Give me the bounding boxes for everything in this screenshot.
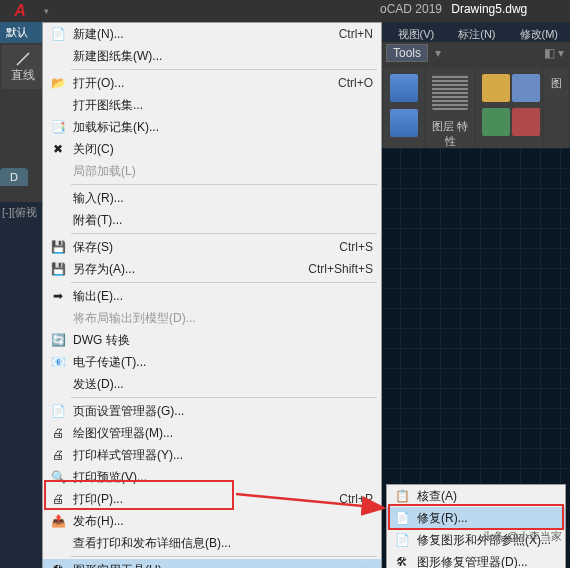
layers-label: 图层 特性 — [430, 119, 470, 149]
ribbon-icon[interactable] — [512, 74, 540, 102]
tools-tab[interactable]: Tools — [386, 44, 428, 62]
new-icon: 📄 — [49, 25, 67, 43]
ribbon-icon[interactable] — [482, 74, 510, 102]
publish-icon: 📤 — [49, 512, 67, 530]
layers-icon[interactable] — [432, 74, 468, 110]
menu-publish[interactable]: 📤发布(H)... — [43, 510, 381, 532]
line-tool[interactable]: 直线 — [2, 45, 44, 89]
menu-plot-style[interactable]: 🖨打印样式管理器(Y)... — [43, 444, 381, 466]
menu-utilities[interactable]: 🛠图形实用工具(U)▶ — [43, 559, 381, 568]
menu-close[interactable]: ✖关闭(C) — [43, 138, 381, 160]
menu-partial-load: 局部加载(L) — [43, 160, 381, 182]
menu-new-sheetset[interactable]: 新建图纸集(W)... — [43, 45, 381, 67]
plot-icon: 🖨 — [49, 490, 67, 508]
ribbon-panel-3[interactable]: 图 — [544, 68, 568, 153]
menu-send[interactable]: 发送(D)... — [43, 373, 381, 395]
markup-icon: 📑 — [49, 118, 67, 136]
menu-import[interactable]: 输入(R)... — [43, 187, 381, 209]
submenu-recover[interactable]: 📄修复(R)... — [387, 507, 565, 529]
menu-plot-preview[interactable]: 🔍打印预览(V)... — [43, 466, 381, 488]
menu-attach[interactable]: 附着(T)... — [43, 209, 381, 231]
file-menu: 📄新建(N)...Ctrl+N 新建图纸集(W)... 📂打开(O)...Ctr… — [42, 22, 382, 568]
submenu-audit[interactable]: 📋核查(A) — [387, 485, 565, 507]
save-icon: 💾 — [49, 238, 67, 256]
menu-export-layout: 将布局输出到模型(D)... — [43, 307, 381, 329]
etransmit-icon: 📧 — [49, 353, 67, 371]
menu-open-sheetset[interactable]: 打开图纸集... — [43, 94, 381, 116]
menu-plotter-mgr[interactable]: 🖨绘图仪管理器(M)... — [43, 422, 381, 444]
view-label: [-][俯视 — [2, 205, 37, 220]
watermark: 头条 @小李当家 — [482, 529, 562, 544]
utilities-icon: 🛠 — [49, 561, 67, 568]
open-icon: 📂 — [49, 74, 67, 92]
plotter-icon: 🖨 — [49, 424, 67, 442]
export-icon: ➡ — [49, 287, 67, 305]
menu-save-as[interactable]: 💾另存为(A)...Ctrl+Shift+S — [43, 258, 381, 280]
default-tab[interactable]: 默认 — [0, 22, 46, 43]
file-name: Drawing5.dwg — [451, 2, 527, 16]
convert-icon: 🔄 — [49, 331, 67, 349]
recover-xref-icon: 📄 — [393, 531, 411, 549]
recovery-mgr-icon: 🛠 — [393, 553, 411, 568]
utilities-submenu: 📋核查(A) 📄修复(R)... 📄修复图形和外部参照(X)... 🛠图形修复管… — [386, 484, 566, 568]
preview-icon: 🔍 — [49, 468, 67, 486]
ribbon-icon[interactable] — [390, 109, 418, 137]
menu-export[interactable]: ➡输出(E)... — [43, 285, 381, 307]
ribbon-icon[interactable] — [390, 74, 418, 102]
ribbon-panel-2[interactable] — [476, 68, 542, 153]
menu-open[interactable]: 📂打开(O)...Ctrl+O — [43, 72, 381, 94]
menu-save[interactable]: 💾保存(S)Ctrl+S — [43, 236, 381, 258]
menu-load-markup[interactable]: 📑加载标记集(K)... — [43, 116, 381, 138]
submenu-recovery-mgr[interactable]: 🛠图形修复管理器(D)... — [387, 551, 565, 568]
audit-icon: 📋 — [393, 487, 411, 505]
ribbon-panel-layers[interactable]: 图层 特性 — [426, 68, 474, 153]
app-name: oCAD 2019 — [380, 2, 442, 16]
ribbon-panel-1[interactable] — [384, 68, 424, 153]
drawing-tab[interactable]: D — [0, 168, 28, 186]
menu-etransmit[interactable]: 📧电子传递(T)... — [43, 351, 381, 373]
ribbon: Tools ▾ ◧ ▾ 图层 特性 图 — [380, 42, 570, 157]
menu-plot[interactable]: 🖨打印(P)...Ctrl+P — [43, 488, 381, 510]
menu-plot-details[interactable]: 查看打印和发布详细信息(B)... — [43, 532, 381, 554]
arrow-right-icon: ▶ — [365, 565, 373, 569]
recover-icon: 📄 — [393, 509, 411, 527]
page-icon: 📄 — [49, 402, 67, 420]
ribbon-icon[interactable] — [482, 108, 510, 136]
ribbon-icon[interactable] — [512, 108, 540, 136]
menu-page-setup[interactable]: 📄页面设置管理器(G)... — [43, 400, 381, 422]
group-label: 图 — [548, 76, 564, 91]
menu-new[interactable]: 📄新建(N)...Ctrl+N — [43, 23, 381, 45]
menu-dwg-convert[interactable]: 🔄DWG 转换 — [43, 329, 381, 351]
app-logo[interactable]: A — [0, 0, 40, 22]
close-icon: ✖ — [49, 140, 67, 158]
save-as-icon: 💾 — [49, 260, 67, 278]
plotstyle-icon: 🖨 — [49, 446, 67, 464]
line-icon — [15, 51, 31, 67]
